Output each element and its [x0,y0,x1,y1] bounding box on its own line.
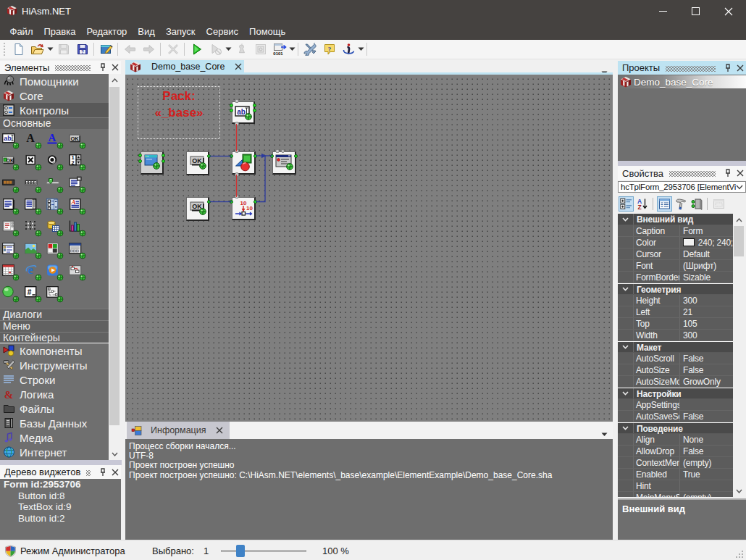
property-row[interactable]: AutoScrollFalse [618,353,733,364]
property-category[interactable]: Поведение [618,422,733,434]
palette-slider-icon[interactable] [46,176,65,195]
green-pin[interactable] [138,154,142,157]
property-value[interactable]: False [680,411,733,422]
green-pin[interactable] [253,154,257,158]
elements-category-Медиа[interactable]: Медиа [0,430,109,445]
save-button[interactable] [54,41,72,58]
gray-pin[interactable] [235,149,239,154]
palette-textbox-icon[interactable]: ab [2,132,21,151]
about-button-dropdown-icon[interactable] [357,41,364,57]
collapse-chevron-icon[interactable] [618,214,634,225]
palette-tree-icon[interactable] [46,285,65,304]
green-pin[interactable] [162,154,165,157]
property-value[interactable]: 21 [680,306,733,317]
palette-listbox-icon[interactable] [25,198,43,217]
run-button[interactable] [188,41,206,58]
collapse-chevron-icon[interactable] [618,284,634,294]
green-pin[interactable] [270,154,274,158]
property-row[interactable]: MainMenuSt(empty) [618,492,733,497]
property-row[interactable]: Width300 [618,330,733,341]
scroll-thumb[interactable] [109,87,120,425]
events-button[interactable] [673,196,688,212]
menu-1[interactable]: Файл [4,23,38,40]
property-value[interactable]: Form [680,225,733,236]
pages-button[interactable] [689,196,704,212]
green-pin[interactable] [230,154,233,158]
alphabetical-button[interactable]: AZ [634,196,650,212]
palette-ball-icon[interactable] [2,285,21,304]
info-tab[interactable]: Информация [127,422,230,439]
palette-colorgrid-icon[interactable] [46,242,65,261]
gray-pin[interactable] [235,122,239,126]
zoom-slider-track[interactable] [221,550,306,552]
palette-progress-icon[interactable] [2,176,21,195]
palette-image-icon[interactable] [25,242,43,261]
property-value[interactable]: (empty) [680,457,733,468]
property-row[interactable]: Height300 [618,295,733,306]
gray-pin[interactable] [235,172,239,177]
green-pin[interactable] [162,159,165,163]
scroll-down-icon[interactable] [733,485,745,497]
property-value[interactable]: False [680,353,733,364]
properties-scrollbar[interactable] [733,214,745,497]
green-pin[interactable] [253,200,257,204]
run-options-button-dropdown-icon[interactable] [225,41,232,57]
green-pin[interactable] [294,154,298,158]
palette-listview-icon[interactable] [2,242,21,261]
green-pin[interactable] [230,109,233,112]
forward-button[interactable] [140,41,158,58]
menu-6[interactable]: Сервис [201,23,244,40]
palette-frame-icon[interactable] [2,220,21,238]
property-row[interactable]: AutoSizeMocGrowOnly [618,376,733,388]
toolbar-grip[interactable] [0,42,9,57]
node-monitor[interactable] [272,151,296,175]
resize-grip[interactable] [734,548,744,558]
green-pin[interactable] [207,154,211,158]
property-value[interactable] [680,480,733,491]
properties-view-button[interactable] [657,196,672,212]
property-row[interactable]: CaptionForm [618,225,733,237]
tab-close-icon[interactable] [216,427,223,434]
node-button1[interactable]: OK [186,151,209,175]
elements-category-Компоненты[interactable]: Компоненты [0,343,109,358]
property-row[interactable]: AutoSaveSeFalse [618,411,733,422]
menu-5[interactable]: Запуск [160,23,201,40]
splitter[interactable] [0,460,122,465]
tree-item[interactable]: Button id:8 [0,490,121,502]
property-row[interactable]: EnabledTrue [618,469,733,480]
tree-item[interactable]: Button id:2 [0,513,121,525]
elements-category-Контролы[interactable]: Контролы [0,103,109,117]
tree-item[interactable]: TextBox id:9 [0,501,121,513]
palette-radio-icon[interactable] [46,154,65,172]
green-pin[interactable] [138,159,142,163]
collapse-chevron-icon[interactable] [618,342,634,352]
node-shapes[interactable] [232,151,256,175]
property-row[interactable]: Left21 [618,306,733,318]
node-delay[interactable]: 1010 [232,197,256,220]
palette-segments-icon[interactable] [25,176,43,195]
palette-memo-icon[interactable] [2,198,21,217]
property-row[interactable]: ContextMenu(empty) [618,457,733,469]
save-all-button[interactable]: ? [73,41,91,58]
property-row[interactable]: Hint [618,480,733,492]
menu-4[interactable]: Вид [133,23,161,40]
scroll-down-icon[interactable] [109,448,120,460]
property-value[interactable] [680,399,733,410]
elements-group-Контейнеры[interactable]: Контейнеры [0,332,109,343]
delete-button[interactable] [164,41,182,58]
palette-checkbox-icon[interactable] [25,154,43,172]
property-row[interactable]: AutoSizeFalse [618,364,733,376]
elements-category-Строки[interactable]: Строки [0,372,109,387]
green-pin[interactable] [207,200,211,204]
back-button[interactable] [121,41,139,58]
open-file-button-dropdown-icon[interactable] [46,41,54,57]
palette-schema-icon[interactable] [69,264,88,283]
property-row[interactable]: FormBorderSSizable [618,272,733,283]
maximize-button[interactable] [679,0,712,22]
close-icon[interactable] [109,467,121,478]
pin-icon[interactable] [96,467,109,478]
close-icon[interactable] [734,62,746,74]
property-grid[interactable]: Внешний видCaptionFormColor240; 240;Curs… [618,214,733,497]
document-tab[interactable]: Demo_base_Core [125,60,244,72]
elements-category-Core[interactable]: Core [0,88,109,103]
